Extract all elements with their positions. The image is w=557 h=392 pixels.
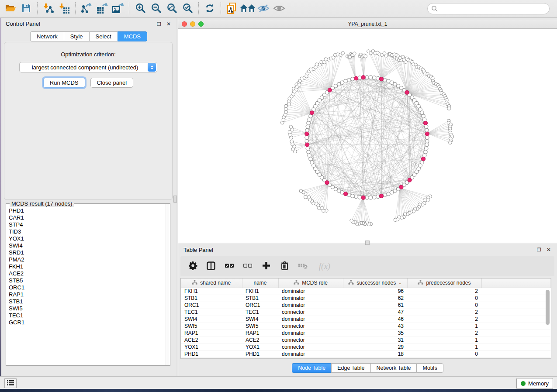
mcds-result-node[interactable]: STP4 [9, 221, 166, 228]
column-header-successor-nodes[interactable]: successor nodes⌄ [343, 279, 407, 288]
float-panel-icon[interactable]: ❐ [156, 21, 162, 27]
table-row[interactable]: RAP1RAP1dominator352 [181, 330, 551, 337]
network-from-selection-icon [227, 3, 237, 15]
mcds-result-node[interactable]: TEC1 [9, 312, 166, 319]
export-image-button[interactable] [110, 1, 126, 16]
select-all-rows-button[interactable] [223, 260, 235, 273]
checked-boxes-icon [225, 263, 234, 270]
zoom-in-button[interactable] [132, 1, 148, 16]
mcds-result-node[interactable]: TID3 [9, 228, 166, 235]
cell-name: TEC1 [242, 309, 278, 316]
sitemap-icon [418, 280, 423, 286]
open-file-button[interactable] [3, 1, 18, 16]
table-mode-button[interactable] [187, 260, 199, 273]
vertical-splitter-handle[interactable] [173, 196, 177, 203]
cell-predecessor_nodes: 0 [407, 295, 481, 302]
cell-shared_name: YOX1 [181, 344, 242, 351]
tab-mcds[interactable]: MCDS [118, 31, 147, 41]
tab-select[interactable]: Select [89, 31, 118, 41]
search-input[interactable] [427, 3, 550, 14]
mcds-result-node[interactable]: FKH1 [9, 263, 166, 270]
node-table: shared namenameMCDS rolesuccessor nodes⌄… [180, 278, 551, 359]
cell-successor_nodes: 96 [343, 288, 407, 295]
refresh-button[interactable] [202, 1, 218, 16]
zoom-out-button[interactable] [148, 1, 164, 16]
float-table-panel-icon[interactable]: ❐ [536, 247, 542, 253]
folder-open-icon [5, 3, 16, 14]
table-scrollbar[interactable] [545, 289, 550, 358]
column-header-shared-name[interactable]: shared name [181, 279, 242, 288]
mcds-result-node[interactable]: ORC1 [9, 284, 166, 291]
close-panel-button[interactable]: Close panel [90, 78, 134, 88]
optimization-criterion-select[interactable]: largest connected component (undirected) [19, 62, 157, 72]
column-header-MCDS-role[interactable]: MCDS role [278, 279, 343, 288]
mcds-result-node[interactable]: SWI4 [9, 242, 166, 249]
show-all-button[interactable] [271, 1, 287, 16]
import-network-button[interactable] [41, 1, 56, 16]
houses-icon [240, 3, 256, 14]
zoom-fit-button[interactable] [164, 1, 180, 16]
result-scrollbar[interactable] [166, 204, 170, 365]
network-view-canvas[interactable] [178, 29, 557, 243]
close-table-panel-icon[interactable]: ✕ [546, 247, 552, 253]
cell-shared_name: FKH1 [181, 288, 242, 295]
zoom-out-icon [151, 3, 162, 15]
mcds-result-node[interactable]: YOX1 [9, 235, 166, 242]
toolbar-separator [37, 2, 38, 15]
control-panel-titlebar: Control Panel ❐ ✕ [1, 18, 176, 30]
task-history-button[interactable] [4, 378, 17, 388]
table-row[interactable]: PHD1PHD1dominator180 [181, 351, 551, 358]
mcds-result-node[interactable]: GCR1 [9, 319, 166, 326]
trash-icon [281, 261, 288, 272]
mcds-result-node[interactable]: SRD1 [9, 249, 166, 256]
delete-column-button[interactable] [278, 260, 291, 273]
new-network-from-selection-button[interactable] [224, 1, 240, 16]
toolbar-separator [198, 2, 199, 15]
deselect-all-rows-button[interactable] [242, 260, 254, 273]
table-row[interactable]: STB1STB1dominator620 [181, 295, 551, 302]
zoom-in-icon [135, 3, 146, 15]
tab-node-table[interactable]: Node Table [292, 363, 331, 373]
close-panel-icon[interactable]: ✕ [166, 21, 172, 27]
mcds-result-node[interactable]: SWI5 [9, 305, 166, 312]
tab-network-table[interactable]: Network Table [370, 363, 417, 373]
tab-edge-table[interactable]: Edge Table [331, 363, 370, 373]
hide-selected-button[interactable] [256, 1, 271, 16]
horizontal-splitter-handle[interactable] [365, 241, 370, 245]
table-row[interactable]: TEC1TEC1connector472 [181, 309, 551, 316]
table-row[interactable]: FKH1FKH1dominator962 [181, 288, 551, 295]
first-neighbors-button[interactable] [240, 1, 256, 16]
mcds-result-node[interactable]: STB5 [9, 277, 166, 284]
mcds-result-node[interactable]: STB1 [9, 298, 166, 305]
table-row[interactable]: ORC1ORC1dominator610 [181, 302, 551, 309]
cell-name: SWI4 [242, 316, 278, 323]
zoom-selected-button[interactable] [180, 1, 195, 16]
cell-successor_nodes: 43 [343, 323, 407, 330]
add-column-button[interactable] [260, 260, 272, 273]
column-header-predecessor-nodes[interactable]: predecessor nodes [407, 279, 481, 288]
table-row[interactable]: ACE2ACE2connector311 [181, 337, 551, 344]
table-row[interactable]: YOX1YOX1connector291 [181, 344, 551, 351]
table-scrollbar-thumb[interactable] [546, 290, 550, 325]
mcds-result-node[interactable]: PHD1 [9, 207, 166, 214]
refresh-icon [204, 3, 215, 15]
tab-style[interactable]: Style [64, 31, 89, 41]
table-row[interactable]: SWI4SWI4dominator462 [181, 316, 551, 323]
show-columns-button[interactable] [205, 260, 217, 273]
import-table-button[interactable] [56, 1, 72, 16]
mcds-result-list[interactable]: PHD1CAR1STP4TID3YOX1SWI4SRD1PMA2FKH1ACE2… [9, 207, 166, 364]
tab-network[interactable]: Network [30, 31, 64, 41]
column-header-name[interactable]: name [242, 279, 278, 288]
mcds-result-node[interactable]: CAR1 [9, 214, 166, 221]
export-table-button[interactable] [94, 1, 110, 16]
save-session-button[interactable] [18, 1, 34, 16]
network-titlebar[interactable]: YPA_prune.txt_1 [178, 20, 557, 29]
mcds-result-node[interactable]: PMA2 [9, 256, 166, 263]
run-mcds-button[interactable]: Run MCDS [43, 78, 85, 88]
tab-motifs[interactable]: Motifs [416, 363, 443, 373]
mcds-result-node[interactable]: ACE2 [9, 270, 166, 277]
memory-button[interactable]: Memory [516, 378, 553, 389]
table-row[interactable]: SWI5SWI5connector431 [181, 323, 551, 330]
export-network-button[interactable] [79, 1, 94, 16]
mcds-result-node[interactable]: RAP1 [9, 291, 166, 298]
